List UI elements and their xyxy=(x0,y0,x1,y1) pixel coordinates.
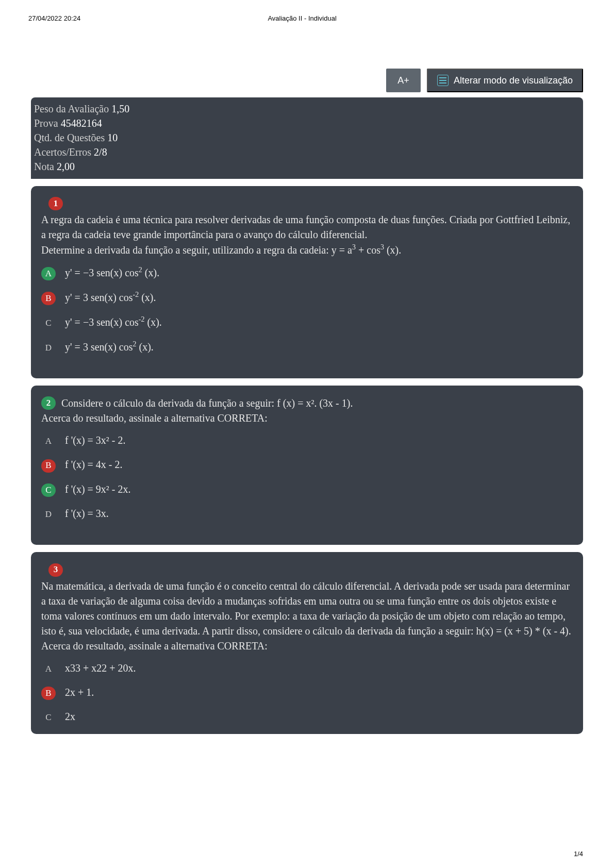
option-text: f '(x) = 9x² - 2x. xyxy=(65,482,573,497)
page-footer: 1/4 xyxy=(574,850,583,858)
meta-peso-label: Peso da Avaliação xyxy=(34,103,111,114)
page-header: 27/04/2022 20:24 Avaliação II - Individu… xyxy=(0,0,614,22)
option-text: y' = −3 sen(x) cos-2 (x). xyxy=(65,314,573,330)
option-text: f '(x) = 4x - 2. xyxy=(65,457,573,472)
question-3: 3 Na matemática, a derivada de uma funçã… xyxy=(31,552,583,733)
question-2: 2 Considere o cálculo da derivada da fun… xyxy=(31,386,583,545)
option-letter: C xyxy=(41,483,56,497)
assessment-meta: Peso da Avaliação 1,50 Prova 45482164 Qt… xyxy=(31,97,583,179)
option-letter: D xyxy=(41,341,56,355)
option-letter: C xyxy=(41,711,56,725)
question-text-2: Acerca do resultado, assinale a alternat… xyxy=(41,411,573,426)
option-text: f '(x) = 3x. xyxy=(65,506,573,521)
view-mode-button[interactable]: Alterar modo de visualização xyxy=(427,69,583,92)
font-size-button[interactable]: A+ xyxy=(386,69,421,92)
option-d[interactable]: D f '(x) = 3x. xyxy=(41,506,573,521)
question-number-badge: 3 xyxy=(48,563,63,577)
option-c[interactable]: C y' = −3 sen(x) cos-2 (x). xyxy=(41,314,573,330)
option-b[interactable]: B f '(x) = 4x - 2. xyxy=(41,457,573,472)
option-b[interactable]: B 2x + 1. xyxy=(41,685,573,700)
option-text: 2x + 1. xyxy=(65,685,573,700)
option-text: 2x xyxy=(65,709,573,724)
meta-peso-value: 1,50 xyxy=(111,103,129,114)
list-icon xyxy=(437,75,449,86)
toolbar: A+ Alterar modo de visualização xyxy=(31,69,583,92)
meta-prova-value: 45482164 xyxy=(61,118,102,129)
option-text: f '(x) = 3x² - 2. xyxy=(65,433,573,448)
option-text: y' = 3 sen(x) cos-2 (x). xyxy=(65,290,573,305)
meta-nota-value: 2,00 xyxy=(57,161,75,172)
header-timestamp: 27/04/2022 20:24 xyxy=(28,14,80,22)
meta-nota-label: Nota xyxy=(34,161,57,172)
option-b[interactable]: B y' = 3 sen(x) cos-2 (x). xyxy=(41,290,573,305)
option-letter: B xyxy=(41,292,56,305)
option-letter: B xyxy=(41,687,56,700)
option-text: x33 + x22 + 20x. xyxy=(65,661,573,676)
option-c[interactable]: C 2x xyxy=(41,709,573,724)
header-title: Avaliação II - Individual xyxy=(268,14,336,22)
option-a[interactable]: A x33 + x22 + 20x. xyxy=(41,661,573,676)
option-c[interactable]: C f '(x) = 9x² - 2x. xyxy=(41,482,573,497)
option-a[interactable]: A f '(x) = 3x² - 2. xyxy=(41,433,573,448)
question-text-2: Determine a derivada da função a seguir,… xyxy=(41,242,573,258)
meta-qtd-value: 10 xyxy=(107,132,118,143)
option-text: y' = 3 sen(x) cos2 (x). xyxy=(65,339,573,355)
option-a[interactable]: A y' = −3 sen(x) cos2 (x). xyxy=(41,265,573,280)
meta-acertos-value: 2/8 xyxy=(94,146,107,158)
option-letter: B xyxy=(41,459,56,473)
option-letter: A xyxy=(41,267,56,280)
question-text: Na matemática, a derivada de uma função … xyxy=(41,579,573,639)
question-number-badge: 2 xyxy=(41,396,56,410)
option-letter: C xyxy=(41,316,56,330)
option-letter: D xyxy=(41,508,56,521)
option-letter: A xyxy=(41,435,56,448)
option-text: y' = −3 sen(x) cos2 (x). xyxy=(65,265,573,280)
meta-acertos-label: Acertos/Erros xyxy=(34,146,94,158)
option-d[interactable]: D y' = 3 sen(x) cos2 (x). xyxy=(41,339,573,355)
meta-prova-label: Prova xyxy=(34,118,61,129)
question-text-2: Acerca do resultado, assinale a alternat… xyxy=(41,639,573,654)
question-number-badge: 1 xyxy=(48,197,63,210)
meta-qtd-label: Qtd. de Questões xyxy=(34,132,107,143)
option-letter: A xyxy=(41,662,56,676)
question-text: A regra da cadeia é uma técnica para res… xyxy=(41,212,573,242)
view-mode-label: Alterar modo de visualização xyxy=(454,75,573,86)
question-1: 1 A regra da cadeia é uma técnica para r… xyxy=(31,186,583,378)
question-text: Considere o cálculo da derivada da funçã… xyxy=(61,397,353,409)
